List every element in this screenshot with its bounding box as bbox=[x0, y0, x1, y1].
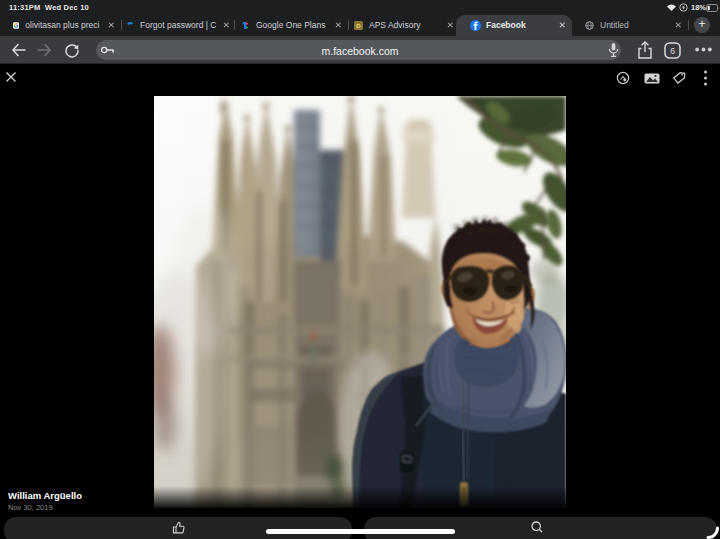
svg-text:6: 6 bbox=[670, 46, 675, 56]
svg-text:D: D bbox=[356, 23, 361, 29]
